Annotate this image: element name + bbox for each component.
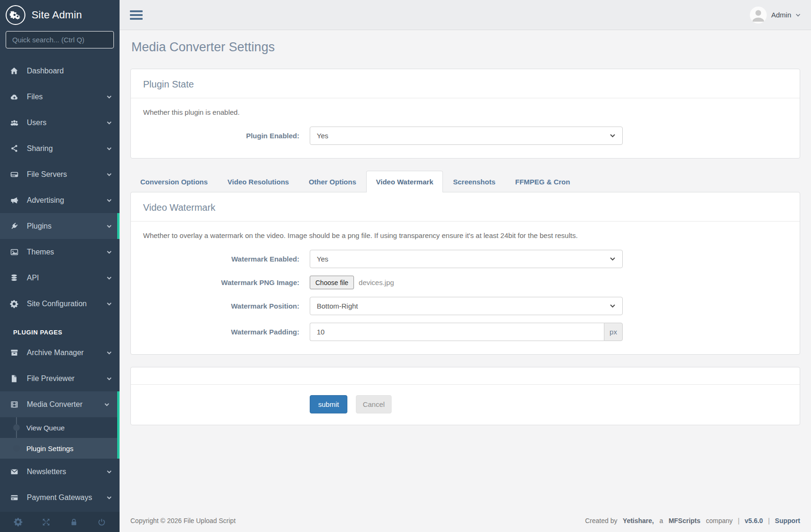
chevron-down-icon: [106, 224, 112, 229]
sidebar-item-label: Sharing: [27, 144, 53, 153]
page-title: Media Converter Settings: [131, 40, 800, 55]
watermark-position-select[interactable]: Bottom-Right: [310, 297, 623, 315]
submenu-item-label: View Queue: [26, 424, 64, 432]
chevron-down-icon: [610, 257, 616, 261]
chevron-down-icon: [106, 350, 112, 355]
sidebar-bottom-toolbar: [0, 512, 120, 532]
choose-file-button[interactable]: Choose file: [310, 276, 354, 289]
submenu-item-plugin-settings[interactable]: Plugin Settings: [0, 438, 117, 459]
tab-video-watermark[interactable]: Video Watermark: [366, 171, 443, 192]
sidebar-item-label: Advertising: [27, 196, 64, 205]
chevron-down-icon: [106, 276, 112, 280]
tab-conversion-options[interactable]: Conversion Options: [130, 171, 217, 192]
yetishare-link[interactable]: Yetishare,: [623, 517, 654, 524]
home-icon: [8, 66, 20, 76]
avatar: [750, 7, 767, 24]
gear-icon[interactable]: [13, 517, 23, 527]
watermark-padding-input[interactable]: [310, 323, 604, 341]
sidebar-item-payment-gateways[interactable]: Payment Gateways: [0, 484, 120, 510]
watermark-enabled-label: Watermark Enabled:: [143, 255, 299, 263]
lock-icon[interactable]: [69, 517, 79, 527]
chevron-down-icon: [106, 95, 112, 99]
envelope-icon: [8, 467, 20, 476]
submit-button[interactable]: submit: [310, 395, 347, 413]
sidebar-group-media-converter: Media Converter View Queue Plugin Settin…: [0, 391, 120, 459]
sidebar-item-label: Files: [27, 93, 43, 101]
menu-toggle-icon[interactable]: [130, 10, 143, 20]
chevron-down-icon: [106, 120, 112, 125]
credit-card-icon: [8, 493, 20, 502]
file-icon: [8, 374, 20, 383]
chevron-down-icon: [106, 469, 112, 474]
watermark-image-label: Watermark PNG Image:: [143, 278, 299, 286]
chevron-down-icon: [106, 198, 112, 203]
quick-search-input[interactable]: [6, 31, 114, 48]
mfscripts-link[interactable]: MFScripts: [668, 517, 700, 524]
submenu-item-view-queue[interactable]: View Queue: [0, 417, 117, 438]
chevron-down-icon: [610, 304, 616, 308]
sidebar-item-file-servers[interactable]: File Servers: [0, 161, 120, 187]
sidebar-item-archive-manager[interactable]: Archive Manager: [0, 340, 120, 365]
cloud-upload-icon: [8, 92, 20, 102]
panel-title: Plugin State: [143, 79, 787, 90]
sidebar-item-api[interactable]: API: [0, 265, 120, 291]
sidebar-item-media-converter[interactable]: Media Converter: [0, 391, 117, 417]
credits-text: a: [659, 517, 663, 524]
support-link[interactable]: Support: [775, 517, 800, 524]
tab-video-resolutions[interactable]: Video Resolutions: [217, 171, 299, 192]
watermark-enabled-select[interactable]: Yes: [310, 250, 623, 268]
panel-title: Video Watermark: [143, 202, 787, 213]
sidebar-item-themes[interactable]: Themes: [0, 239, 120, 265]
sidebar-item-label: Themes: [27, 248, 54, 256]
selected-value: Bottom-Right: [317, 302, 358, 310]
plug-icon: [8, 222, 20, 231]
sidebar-item-file-previewer[interactable]: File Previewer: [0, 365, 120, 391]
chevron-down-icon: [106, 302, 112, 306]
app-logo: Site Admin: [0, 0, 120, 29]
film-icon: [8, 400, 20, 409]
chevron-down-icon: [610, 134, 616, 138]
sidebar-item-newsletters[interactable]: Newsletters: [0, 459, 120, 484]
bullet-icon: [13, 445, 20, 452]
sidebar-item-plugins[interactable]: Plugins: [0, 213, 120, 239]
settings-tabs: Conversion Options Video Resolutions Oth…: [130, 171, 800, 192]
tab-screenshots[interactable]: Screenshots: [443, 171, 505, 192]
expand-icon[interactable]: [41, 517, 51, 527]
watermark-padding-label: Watermark Padding:: [143, 328, 299, 336]
created-by-text: Created by: [585, 517, 617, 524]
sidebar-item-advertising[interactable]: Advertising: [0, 187, 120, 213]
plugin-enabled-select[interactable]: Yes: [310, 127, 623, 145]
sidebar: Site Admin Dashboard Files Users Sharing…: [0, 0, 120, 532]
selected-value: Yes: [317, 132, 328, 140]
user-name: Admin: [771, 11, 791, 19]
sidebar-item-site-configuration[interactable]: Site Configuration: [0, 291, 120, 317]
users-icon: [8, 118, 20, 127]
sidebar-item-label: Plugins: [27, 222, 51, 230]
power-icon[interactable]: [97, 517, 106, 527]
chevron-down-icon: [106, 376, 112, 381]
padding-unit-addon: px: [604, 323, 623, 341]
cancel-button[interactable]: Cancel: [356, 395, 392, 413]
user-menu[interactable]: Admin: [750, 7, 801, 24]
share-icon: [8, 144, 20, 153]
plugin-state-description: Whether this plugin is enabled.: [143, 108, 787, 116]
image-icon: [8, 247, 20, 257]
tab-ffmpeg-cron[interactable]: FFMPEG & Cron: [506, 171, 580, 192]
chosen-file-name: devices.jpg: [359, 278, 394, 286]
sidebar-item-label: Archive Manager: [27, 349, 84, 357]
media-converter-submenu: View Queue Plugin Settings: [0, 417, 117, 459]
selected-value: Yes: [317, 255, 328, 263]
credits-text: company: [706, 517, 733, 524]
sidebar-item-files[interactable]: Files: [0, 84, 120, 110]
sidebar-item-label: Users: [27, 119, 47, 127]
sidebar-item-label: Payment Gateways: [27, 493, 92, 502]
sidebar-item-sharing[interactable]: Sharing: [0, 135, 120, 161]
footer-credits: Created by Yetishare, a MFScripts compan…: [585, 517, 800, 524]
plugin-enabled-label: Plugin Enabled:: [143, 132, 299, 140]
form-actions-panel: submit Cancel: [130, 367, 800, 425]
tab-other-options[interactable]: Other Options: [299, 171, 366, 192]
sidebar-item-users[interactable]: Users: [0, 110, 120, 135]
chevron-down-icon: [106, 146, 112, 151]
sidebar-item-dashboard[interactable]: Dashboard: [0, 58, 120, 84]
app-title: Site Admin: [32, 9, 82, 21]
